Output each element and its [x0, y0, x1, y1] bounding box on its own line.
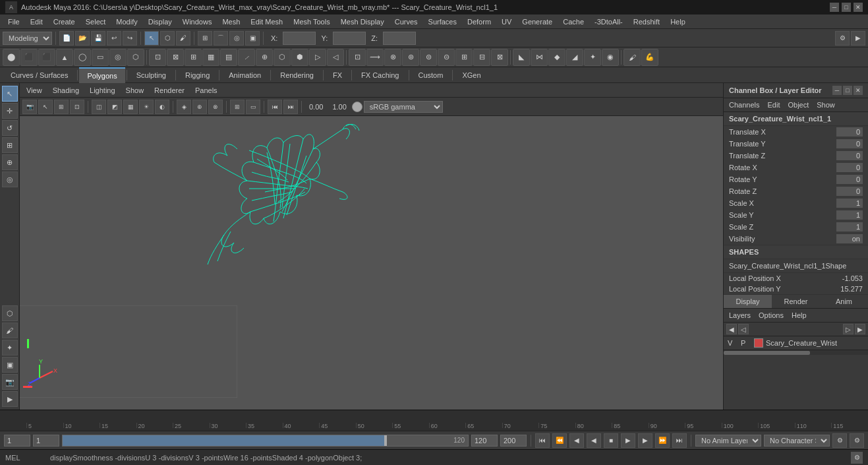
render-btn[interactable]: ▶ — [851, 31, 865, 46]
goto-end-btn[interactable]: ⏭ — [672, 433, 687, 448]
prev-frame-btn[interactable]: ⏪ — [552, 433, 567, 448]
menu-item-edit-mesh[interactable]: Edit Mesh — [245, 15, 288, 29]
merge-btn[interactable]: ⟿ — [366, 49, 384, 66]
paint-weight-btn[interactable]: 🖌 — [2, 323, 18, 338]
combine-btn[interactable]: ⊛ — [402, 49, 419, 66]
poke-btn[interactable]: ✦ — [584, 49, 601, 66]
tab-rendering[interactable]: Rendering — [272, 67, 322, 83]
cone-btn[interactable]: ▲ — [56, 49, 73, 66]
vp-gate-btn[interactable]: ▭ — [246, 100, 260, 114]
vp-step-btn[interactable]: ⏮ — [268, 100, 282, 114]
vp-lights-btn[interactable]: ☀ — [139, 100, 154, 114]
mirror-btn[interactable]: ⊡ — [349, 49, 366, 66]
titlebar-controls[interactable]: ─ □ ✕ — [830, 3, 863, 12]
char-set-select[interactable]: No Character Set — [764, 435, 830, 447]
menu-item-help[interactable]: Help — [665, 15, 691, 29]
vp-frame-btn[interactable]: ⊞ — [54, 100, 69, 114]
menu-item-modify[interactable]: Modify — [111, 15, 142, 29]
timeline[interactable]: 5101520253035404550556065707580859095100… — [0, 410, 868, 431]
snap-surface-btn[interactable]: ▣ — [245, 31, 260, 46]
tool4-btn[interactable]: ⬢ — [291, 49, 308, 66]
viewport-canvas[interactable]: X Y Z persp — [20, 116, 723, 410]
snap-point-btn[interactable]: ◎ — [229, 31, 244, 46]
options-item[interactable]: Options — [756, 310, 786, 321]
next-frame-btn[interactable]: ⏩ — [655, 433, 670, 448]
wedge-btn[interactable]: ◢ — [566, 49, 583, 66]
layer-scrollbar[interactable] — [724, 350, 868, 355]
object-menu-item[interactable]: Object — [785, 100, 811, 110]
menu-item-generate[interactable]: Generate — [517, 15, 558, 29]
prefs-btn[interactable]: ⚙ — [850, 433, 864, 448]
render-settings-btn[interactable]: ⚙ — [835, 31, 850, 46]
tab-custom[interactable]: Custom — [411, 67, 451, 83]
lasso-select-btn[interactable]: ⬡ — [2, 305, 18, 321]
universal-tool-btn[interactable]: ⊕ — [2, 154, 18, 170]
menu-item-curves[interactable]: Curves — [390, 15, 423, 29]
display-tab[interactable]: Display — [724, 295, 772, 308]
circularize-btn[interactable]: ◉ — [602, 49, 619, 66]
show-menu-item[interactable]: Show — [814, 100, 838, 110]
bevel-btn[interactable]: ◣ — [513, 49, 530, 66]
extract-btn[interactable]: ⊝ — [438, 49, 455, 66]
subdiv5-btn[interactable]: ▤ — [220, 49, 237, 66]
vp-grid-btn[interactable]: ⊡ — [70, 100, 84, 114]
anim-layer-select[interactable]: No Anim Layer — [695, 435, 761, 447]
cylinder-btn[interactable]: ⬛ — [38, 49, 55, 66]
tab-fx-caching[interactable]: FX Caching — [353, 67, 407, 83]
move-tool-btn[interactable]: ✛ — [2, 103, 18, 119]
tab-sculpting[interactable]: Sculpting — [129, 67, 174, 83]
next-key-btn[interactable]: ▶ — [638, 433, 652, 448]
fill-btn[interactable]: ⊠ — [491, 49, 508, 66]
cube-btn[interactable]: ⬛ — [20, 49, 38, 66]
vp-colorspace-select[interactable]: sRGB gamma — [364, 101, 443, 113]
menu-item-windows[interactable]: Windows — [177, 15, 217, 29]
layer-left2-btn[interactable]: ◁ — [738, 324, 749, 334]
bridge-btn[interactable]: ⊟ — [473, 49, 490, 66]
muscle-btn[interactable]: 💪 — [641, 49, 658, 66]
help-item[interactable]: Help — [789, 310, 809, 321]
menu-item-redshift[interactable]: Redshift — [628, 15, 665, 29]
menu-item-display[interactable]: Display — [143, 15, 177, 29]
extrude-btn[interactable]: ⊞ — [455, 49, 473, 66]
vp-hud-btn[interactable]: ⊞ — [230, 100, 245, 114]
playback-end-input[interactable] — [471, 435, 498, 447]
layer-scroll-thumb[interactable] — [724, 351, 810, 355]
menu-item-select[interactable]: Select — [80, 15, 111, 29]
redo-btn[interactable]: ↪ — [123, 31, 137, 46]
vp-shaded-btn[interactable]: ◩ — [107, 100, 122, 114]
new-scene-btn[interactable]: 📄 — [59, 31, 74, 46]
plane-btn[interactable]: ▭ — [92, 49, 109, 66]
snap-grid-btn[interactable]: ⊞ — [198, 31, 212, 46]
torus-btn[interactable]: ◯ — [74, 49, 91, 66]
scale-tool-btn[interactable]: ⊞ — [2, 137, 18, 153]
tool1-btn[interactable]: ⟋ — [238, 49, 255, 66]
menu-item-mesh-display[interactable]: Mesh Display — [335, 15, 390, 29]
camera-tool-btn[interactable]: 📷 — [2, 374, 18, 390]
channel-maximize-btn[interactable]: □ — [843, 86, 852, 95]
vp-textured-btn[interactable]: ▦ — [123, 100, 138, 114]
soft-mod-btn[interactable]: ◎ — [2, 171, 18, 187]
render-tab[interactable]: Render — [772, 295, 820, 308]
separate-btn[interactable]: ⊜ — [420, 49, 437, 66]
channels-menu-item[interactable]: Channels — [726, 100, 762, 110]
vp-wireframe-btn[interactable]: ◫ — [92, 100, 106, 114]
save-scene-btn[interactable]: 💾 — [91, 31, 105, 46]
subdiv-btn[interactable]: ⊡ — [149, 49, 166, 66]
menu-item-file[interactable]: File — [3, 15, 25, 29]
connect-btn[interactable]: ⋈ — [531, 49, 548, 66]
menu-item-create[interactable]: Create — [48, 15, 80, 29]
lighting-menu[interactable]: Lighting — [86, 85, 119, 96]
paint-btn[interactable]: 🖌 — [623, 49, 641, 66]
tab-curves-/-surfaces[interactable]: Curves / Surfaces — [3, 67, 76, 83]
play-back-btn[interactable]: ◀ — [587, 433, 601, 448]
menu-item-uv[interactable]: UV — [496, 15, 517, 29]
y-input[interactable] — [333, 32, 366, 45]
view-menu[interactable]: View — [22, 85, 46, 96]
renderer-menu[interactable]: Renderer — [150, 85, 188, 96]
vp-xray-btn[interactable]: ⊕ — [192, 100, 207, 114]
menu-item--3dtoall-[interactable]: -3DtoAll- — [589, 15, 628, 29]
vp-twoside-btn[interactable]: ⊗ — [208, 100, 223, 114]
layers-item[interactable]: Layers — [726, 310, 753, 321]
tool2-btn[interactable]: ⊕ — [256, 49, 273, 66]
menu-item-surfaces[interactable]: Surfaces — [423, 15, 462, 29]
